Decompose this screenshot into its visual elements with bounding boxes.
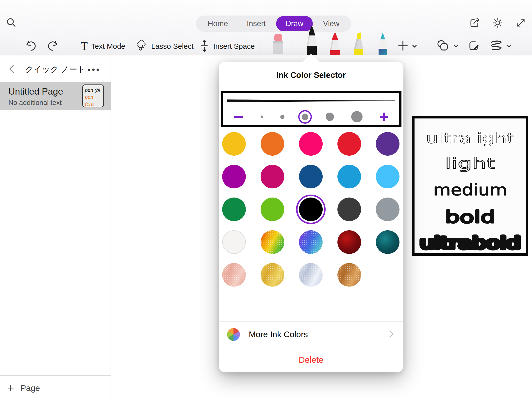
toolbar-divider: [293, 39, 293, 53]
top-chrome: HomeInsertDrawView: [0, 0, 532, 55]
ink-color-bronze[interactable]: [337, 263, 361, 287]
thickness-dot-1[interactable]: [261, 116, 263, 118]
stroke-preview: [223, 93, 399, 108]
add-pen-button[interactable]: [396, 39, 410, 53]
delete-pen-row[interactable]: Delete: [219, 347, 403, 372]
shapes-icon[interactable]: [435, 38, 450, 53]
thumbnail-ink-text: pen (ora: [85, 94, 103, 107]
ink-color-rose-gold[interactable]: [222, 263, 246, 287]
toolbar-divider: [77, 39, 77, 53]
page-list-item-selected[interactable]: Untitled Page No additional text pen (bl…: [0, 82, 111, 110]
thickness-dot-5[interactable]: [351, 111, 363, 122]
add-page-button[interactable]: + Page: [7, 382, 40, 394]
ink-color-blue[interactable]: [337, 165, 361, 188]
ink-color-rainbow-glitter[interactable]: [261, 230, 284, 254]
lasso-select-button[interactable]: Lasso Select: [135, 37, 194, 55]
add-page-label: Page: [20, 383, 40, 393]
page-list-sidebar: クイック ノート ••• Untitled Page No additional…: [0, 55, 111, 399]
eraser-tool[interactable]: [267, 33, 289, 55]
ink-color-silver[interactable]: [299, 263, 323, 287]
delete-label: Delete: [299, 355, 323, 365]
redo-icon[interactable]: [46, 39, 60, 53]
page-thumbnail: pen (bl pen (ora: [82, 84, 104, 107]
ink-color-ocean-teal[interactable]: [376, 230, 399, 254]
search-icon[interactable]: [5, 17, 17, 29]
lasso-select-label: Lasso Select: [151, 42, 194, 50]
color-wheel-icon: [227, 328, 240, 341]
undo-icon[interactable]: [24, 39, 37, 53]
scribble-chevron-down-icon[interactable]: [505, 42, 513, 50]
page-subtitle: No additional text: [8, 99, 62, 107]
text-mode-icon: T: [81, 41, 88, 52]
insert-space-icon: [199, 39, 210, 54]
ink-color-lime[interactable]: [261, 198, 284, 221]
increase-thickness-button[interactable]: [380, 113, 388, 121]
more-options-ellipsis-icon[interactable]: •••: [87, 65, 101, 74]
thickness-section: [221, 91, 401, 127]
text-mode-button[interactable]: T Text Mode: [81, 37, 125, 55]
ink-color-navy[interactable]: [299, 165, 323, 188]
page-title: Untitled Page: [8, 86, 63, 97]
settings-gear-icon[interactable]: [492, 17, 504, 29]
thickness-controls: [223, 109, 399, 125]
more-ink-colors-label: More Ink Colors: [249, 330, 308, 339]
color-swatch-grid: [222, 132, 400, 287]
insert-space-button[interactable]: Insert Space: [199, 37, 255, 55]
pencil-galaxy[interactable]: [372, 32, 394, 55]
ink-color-galaxy[interactable]: [299, 230, 323, 254]
thickness-dot-2[interactable]: [280, 115, 284, 119]
highlighter-yellow[interactable]: [348, 32, 369, 55]
onenote-app: HomeInsertDrawView: [0, 0, 532, 399]
share-icon[interactable]: [468, 17, 481, 29]
insert-space-label: Insert Space: [213, 42, 255, 50]
handwriting-samples: ultralightlightmediumboldultrabold: [415, 118, 526, 253]
notebook-title: クイック ノート: [25, 64, 85, 75]
add-pen-chevron-down-icon[interactable]: [411, 42, 418, 50]
ink-sample-bold: bold: [445, 207, 496, 227]
popover-caret: [301, 53, 321, 73]
thickness-dot-4[interactable]: [326, 113, 334, 121]
ink-color-green[interactable]: [222, 198, 246, 221]
ink-color-dark-gray[interactable]: [337, 198, 361, 221]
ink-color-pink[interactable]: [299, 132, 323, 156]
ink-weight-sample-box: ultralightlightmediumboldultrabold: [412, 116, 528, 256]
ink-color-gold-leaf[interactable]: [261, 263, 284, 287]
ink-sample-ultralight: ultralight: [426, 130, 515, 147]
fullscreen-expand-icon[interactable]: [515, 17, 527, 29]
text-mode-label: Text Mode: [91, 42, 125, 50]
ink-color-lava-red[interactable]: [337, 230, 361, 254]
ink-color-magenta[interactable]: [222, 165, 246, 188]
thumbnail-ink-text: pen (bl: [85, 87, 103, 94]
thickness-dot-3[interactable]: [302, 114, 308, 120]
sidebar-header: クイック ノート •••: [0, 61, 111, 78]
pen-black-selected[interactable]: [301, 25, 323, 55]
ink-annotate-icon[interactable]: [467, 39, 481, 53]
ink-color-black[interactable]: [299, 198, 323, 221]
ink-sample-medium: medium: [433, 181, 507, 199]
ink-sample-light: light: [445, 155, 496, 172]
ink-sample-ultrabold: ultrabold: [420, 233, 520, 252]
ink-color-selector-popover: Ink Color Selector More Ink Colors: [219, 62, 403, 372]
ink-color-orange[interactable]: [261, 132, 284, 156]
popover-title: Ink Color Selector: [219, 70, 403, 80]
sidebar-footer-divider: [0, 375, 111, 376]
tab-insert[interactable]: Insert: [238, 17, 274, 31]
toolbar-divider: [261, 39, 261, 53]
ink-color-purple[interactable]: [376, 132, 399, 156]
ink-color-red[interactable]: [337, 132, 361, 156]
decrease-thickness-button[interactable]: [234, 116, 243, 118]
plus-icon: +: [7, 382, 14, 394]
back-chevron-icon[interactable]: [7, 64, 16, 75]
tab-home[interactable]: Home: [199, 17, 236, 31]
ink-color-sky[interactable]: [376, 165, 399, 188]
ink-color-gray[interactable]: [376, 198, 399, 221]
chevron-right-icon: [388, 329, 395, 340]
ink-to-shape-scribble-icon[interactable]: [489, 39, 504, 53]
more-ink-colors-row[interactable]: More Ink Colors: [219, 321, 403, 347]
ink-color-white[interactable]: [222, 230, 246, 254]
shapes-chevron-down-icon[interactable]: [452, 42, 460, 50]
ink-color-gold[interactable]: [222, 132, 246, 156]
pen-red[interactable]: [324, 32, 346, 55]
lasso-icon: [135, 39, 148, 54]
ink-color-raspberry[interactable]: [261, 165, 284, 188]
